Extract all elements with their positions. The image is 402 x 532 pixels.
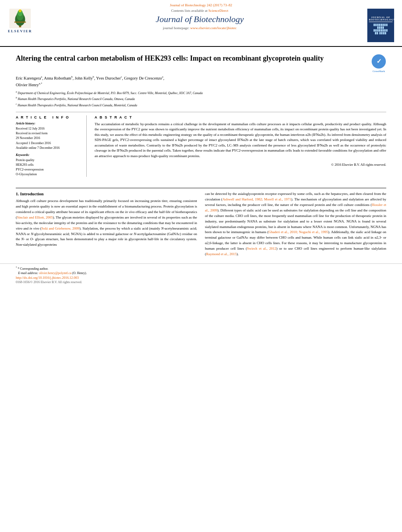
keyword-4: O-Glycosylation <box>16 172 82 177</box>
email-link[interactable]: olivier.henry@polymtl.ca <box>39 271 71 275</box>
received-revised-label: Received in revised form <box>16 131 82 135</box>
journal-cover-image: Journal ofBIOTECHNOLOGY ████████████████… <box>367 9 394 42</box>
affil-a: a Department of Chemical Engineering, Éc… <box>16 90 386 96</box>
abstract-text: The accumulation of metabolic by-product… <box>95 122 386 159</box>
cite-raymond[interactable]: Raymond et al., 2015 <box>206 252 236 256</box>
corresponding-note: * * Corresponding author. <box>16 266 386 271</box>
intro-left-text: Although cell culture process developmen… <box>16 198 197 248</box>
cite-sola[interactable]: Solá and Griebenow, 2009 <box>41 226 79 230</box>
affil-b: b Human Health Therapeutics Portfolio, N… <box>16 96 386 102</box>
doi-link[interactable]: http://dx.doi.org/10.1016/j.jbiotec.2016… <box>16 276 386 280</box>
elsevier-text: ELSEVIER <box>8 29 32 33</box>
article-title: Altering the central carbon metabolism o… <box>16 54 371 63</box>
article-info-label-heading: A R T I C L E I N F O <box>16 115 82 119</box>
svg-rect-6 <box>14 22 26 23</box>
journal-header: Journal of Biotechnology 242 (2017) 73–8… <box>0 0 402 47</box>
abstract-label-heading: A B S T R A C T <box>95 115 386 119</box>
svg-point-5 <box>19 9 21 12</box>
article-content: Altering the central carbon metabolism o… <box>0 47 402 185</box>
body-right-col: can be detected by the asialoglycoprotei… <box>205 191 386 260</box>
svg-text:✓: ✓ <box>376 58 382 65</box>
available-date: Available online 7 December 2016 <box>16 146 82 150</box>
intro-heading: 1. Introduction <box>16 191 197 196</box>
page: Journal of Biotechnology 242 (2017) 73–8… <box>0 0 402 532</box>
accepted-date: Accepted 1 December 2016 <box>16 141 82 145</box>
cite-hossler[interactable]: Hossler et al., 2009 <box>205 203 386 212</box>
intro-right-text: can be detected by the asialoglycoprotei… <box>205 191 386 257</box>
cite-sinclair[interactable]: Sinclair and Elliott, 2005 <box>17 215 53 219</box>
journal-center: Contents lists available at ScienceDirec… <box>32 9 367 30</box>
issn-text: 0168-1656/© 2016 Elsevier B.V. All right… <box>16 280 386 284</box>
abstract-col: A B S T R A C T The accumulation of meta… <box>95 115 386 177</box>
cite-ashwell[interactable]: Ashwell and Harford, 1982; Morell et al.… <box>222 197 291 201</box>
article-title-section: Altering the central carbon metabolism o… <box>16 54 386 72</box>
journal-title-main: Journal of Biotechnology <box>40 14 359 24</box>
cover-title: Journal ofBIOTECHNOLOGY <box>369 16 393 22</box>
journal-ref: Journal of Biotechnology 242 (2017) 73–8… <box>8 3 394 7</box>
received-date: Received 12 July 2016 <box>16 126 82 131</box>
affil-c: c Human Health Therapeutics Portfolio, N… <box>16 102 386 108</box>
keywords-label: Keywords: <box>16 153 82 157</box>
sciencedirect-line: Contents lists available at ScienceDirec… <box>40 9 359 13</box>
crossmark-label: CrossMark <box>371 70 386 72</box>
article-info-abstract: A R T I C L E I N F O Article history: R… <box>16 112 386 177</box>
crossmark-logo: ✓ CrossMark <box>371 54 386 72</box>
main-divider <box>16 188 386 188</box>
homepage-link[interactable]: www.elsevier.com/locate/jbiotec <box>190 26 236 30</box>
homepage-line: journal homepage: www.elsevier.com/locat… <box>40 26 359 30</box>
elsevier-logo: ELSEVIER <box>8 9 32 33</box>
email-note: E-mail address: olivier.henry@polymtl.ca… <box>16 271 386 275</box>
elsevier-tree-icon <box>8 9 32 28</box>
authors-line: Eric Karengeraa, Anna Robothamb, John Ke… <box>16 75 386 89</box>
article-info-col: A R T I C L E I N F O Article history: R… <box>16 115 87 177</box>
keyword-2: HEK293 cells <box>16 163 82 167</box>
affiliations: a Department of Chemical Engineering, Éc… <box>16 90 386 108</box>
body-columns: 1. Introduction Although cell culture pr… <box>0 191 402 260</box>
received-revised-date: 29 November 2016 <box>16 136 82 140</box>
cite-swiech[interactable]: Swiech et al., 2012 <box>247 247 276 250</box>
article-footer: * * Corresponding author. E-mail address… <box>0 263 402 285</box>
cover-subtitle: ██████████████████████ ████ <box>374 24 388 35</box>
article-history-label: Article history: <box>16 122 82 125</box>
body-left-col: 1. Introduction Although cell culture pr… <box>16 191 197 260</box>
copyright-line: © 2016 Elsevier B.V. All rights reserved… <box>95 161 386 167</box>
sciencedirect-link[interactable]: ScienceDirect <box>208 9 228 13</box>
keyword-3: PYC2-overexpression <box>16 167 82 172</box>
keyword-1: Protein quality <box>16 158 82 163</box>
cite-ghaderi[interactable]: Ghaderi et al., 2010; Noguchi et al., 19… <box>268 230 328 234</box>
